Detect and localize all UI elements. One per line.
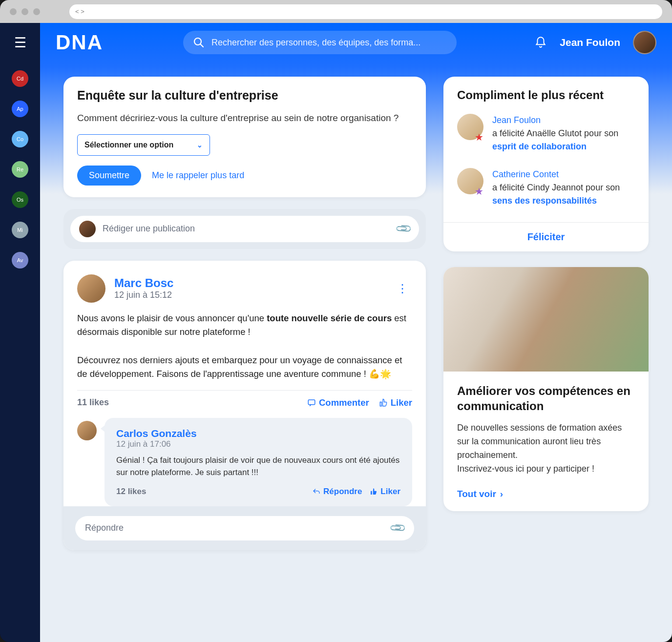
comment-date: 12 juin à 17:06 [116, 439, 400, 449]
search-container[interactable] [183, 31, 457, 54]
post-likes-count: 11 likes [77, 397, 109, 408]
search-icon [193, 37, 205, 48]
traffic-light-minimize[interactable] [21, 8, 28, 15]
chevron-down-icon: ⌄ [197, 141, 203, 149]
reply-button[interactable]: Répondre [313, 487, 362, 497]
post-body: Nous avons le plaisir de vous annoncer q… [77, 311, 412, 381]
chevron-right-icon: › [500, 489, 503, 499]
attachment-icon[interactable]: 📎 [389, 519, 407, 537]
bell-icon[interactable] [534, 36, 547, 49]
rail-item-co[interactable]: Co [12, 131, 28, 147]
comment-likes-count: 12 likes [116, 487, 146, 497]
left-rail: ☰ Cd Ap Co Re Os Mi Av [0, 23, 40, 642]
star-icon: ★ [475, 131, 485, 142]
training-card: Améliorer vos compétences en communicati… [443, 267, 649, 511]
top-header: DNA Jean Foulon [40, 23, 672, 62]
attachment-icon[interactable]: 📎 [395, 220, 413, 238]
comment-text: Génial ! Ça fait toujours plaisir de voi… [116, 454, 400, 479]
compose-input[interactable] [103, 224, 390, 234]
survey-title: Enquête sur la culture d'entreprise [77, 88, 412, 103]
rail-item-av[interactable]: Av [12, 252, 28, 269]
reply-compose: 📎 [63, 506, 426, 550]
comment-button[interactable]: Commenter [307, 397, 369, 408]
compliment-item: ★ Jean Foulon a félicité Anaëlle Glutot … [457, 114, 635, 153]
comment-author-avatar[interactable] [77, 421, 97, 440]
browser-titlebar: < > [0, 0, 672, 23]
traffic-light-close[interactable] [10, 8, 17, 15]
hamburger-menu-icon[interactable]: ☰ [14, 35, 26, 51]
svg-line-1 [201, 44, 204, 47]
search-input[interactable] [211, 38, 447, 48]
compliment-from[interactable]: Catherine Contet [492, 168, 635, 181]
post-card: Marc Bosc 12 juin à 15:12 ⋮ Nous avons l… [63, 261, 426, 550]
remind-later-link[interactable]: Me le rappeler plus tard [152, 170, 244, 181]
feliciter-button[interactable]: Féliciter [527, 231, 565, 242]
comment-icon [307, 398, 316, 407]
star-icon: ★ [475, 186, 485, 196]
survey-question: Comment décririez-vous la culture d'entr… [77, 111, 412, 125]
submit-button[interactable]: Soumettre [77, 166, 141, 186]
comment-block: Carlos Gonzalès 12 juin à 17:06 Génial !… [77, 418, 412, 506]
compliments-card: Compliment le plus récent ★ Jean Foulon … [443, 77, 649, 251]
username-label: Jean Foulon [560, 37, 620, 48]
nav-arrows-icon: < > [75, 8, 84, 15]
post-menu-icon[interactable]: ⋮ [393, 280, 412, 297]
compose-card: 📎 [63, 209, 426, 249]
compliment-from[interactable]: Jean Foulon [492, 114, 635, 127]
compliment-item: ★ Catherine Contet a félicité Cindy Jean… [457, 168, 635, 207]
training-see-all-link[interactable]: Tout voir › [457, 489, 503, 499]
rail-item-cd[interactable]: Cd [12, 70, 28, 87]
reply-input[interactable] [85, 523, 391, 533]
rail-item-os[interactable]: Os [12, 191, 28, 208]
thumbs-up-icon [379, 398, 388, 407]
traffic-light-maximize[interactable] [33, 8, 40, 15]
survey-select[interactable]: Sélectionner une option ⌄ [77, 134, 210, 156]
post-author-avatar[interactable] [77, 274, 105, 303]
user-avatar[interactable] [633, 31, 656, 54]
survey-select-placeholder: Sélectionner une option [84, 141, 173, 149]
reply-icon [313, 488, 320, 496]
compliments-title: Compliment le plus récent [457, 88, 635, 102]
rail-item-re[interactable]: Re [12, 161, 28, 178]
brand-logo: DNA [56, 31, 103, 54]
comment-author-name[interactable]: Carlos Gonzalès [116, 428, 400, 439]
thumbs-up-icon [370, 488, 378, 496]
compose-avatar [79, 221, 96, 237]
svg-rect-2 [308, 400, 315, 405]
survey-card: Enquête sur la culture d'entreprise Comm… [63, 77, 426, 197]
url-bar[interactable]: < > [69, 4, 662, 19]
post-date: 12 juin à 15:12 [114, 290, 173, 300]
rail-item-mi[interactable]: Mi [12, 222, 28, 238]
training-description: De nouvelles sessions de formation axées… [457, 421, 635, 476]
comment-like-button[interactable]: Liker [370, 487, 400, 497]
training-title: Améliorer vos compétences en communicati… [457, 383, 635, 414]
like-button[interactable]: Liker [379, 397, 412, 408]
rail-item-ap[interactable]: Ap [12, 101, 28, 117]
post-author-name[interactable]: Marc Bosc [114, 276, 173, 290]
training-image [443, 267, 649, 372]
